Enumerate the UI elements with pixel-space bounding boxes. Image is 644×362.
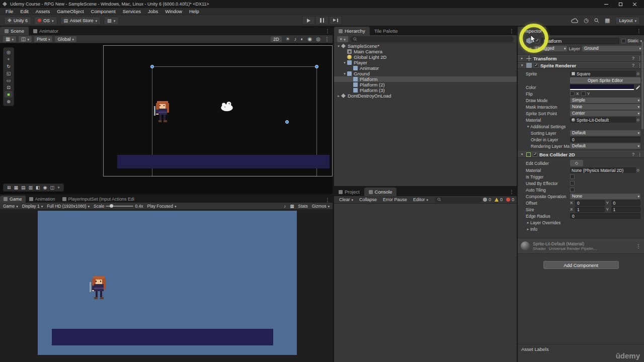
tab-animation[interactable]: Animation (26, 196, 59, 203)
hierarchy-search-input[interactable] (350, 36, 514, 42)
menu-help[interactable]: Help (186, 9, 203, 14)
expand-arrow-icon[interactable]: ▾ (342, 72, 347, 76)
resolution-dropdown[interactable]: Full HD (1920x1080) (47, 204, 90, 209)
tab-tile-palette[interactable]: Tile Palette (370, 27, 403, 35)
scale-tool-button[interactable]: ◱ (5, 70, 13, 76)
component-menu-icon[interactable]: ⋮ (637, 152, 642, 157)
hierarchy-item-sample-scene[interactable]: ▾ SampleScene* (334, 43, 517, 49)
hierarchy-item-platform-3[interactable]: Platform (3) (334, 87, 517, 93)
color-swatch[interactable] (570, 84, 634, 90)
add-gameobject-button[interactable]: + (337, 36, 348, 42)
rect-handle[interactable] (150, 65, 154, 68)
tab-console[interactable]: Console (364, 188, 397, 196)
hierarchy-item-player[interactable]: ▾ Player (334, 60, 517, 65)
pause-button[interactable] (315, 16, 329, 25)
used-by-effector-checkbox[interactable] (570, 181, 575, 186)
console-log-area[interactable] (334, 204, 517, 362)
hierarchy-item-platform-2[interactable]: Platform (2) (334, 82, 517, 87)
name-field[interactable]: Platform (541, 38, 619, 44)
hierarchy-item-platform[interactable]: Platform (334, 76, 517, 82)
inspector-scrollbar[interactable] (641, 41, 643, 129)
os-version-control-button[interactable]: OS (34, 17, 57, 25)
mute-audio-icon[interactable]: ♪ (284, 204, 286, 209)
search-icon[interactable] (594, 18, 599, 23)
overlay-rows-icon[interactable]: ▥ (29, 185, 33, 190)
tab-animator[interactable]: Animator (29, 27, 63, 35)
scene-menu-icon[interactable]: ⋮ (325, 37, 330, 42)
eyedropper-icon[interactable] (635, 85, 640, 90)
visibility-icon[interactable]: ◎ (316, 37, 320, 42)
menu-jobs[interactable]: Jobs (144, 9, 162, 14)
active-checkbox[interactable] (535, 39, 539, 43)
console-search-input[interactable] (435, 197, 482, 203)
sprite-renderer-component-header[interactable]: ▾ Sprite Renderer ? ⋮ (518, 62, 644, 69)
scale-slider[interactable] (106, 206, 133, 207)
is-trigger-checkbox[interactable] (570, 174, 575, 179)
stats-button[interactable]: Stats (298, 204, 307, 209)
clear-button[interactable]: Clear (337, 197, 356, 202)
menu-file[interactable]: File (2, 9, 17, 14)
pivot-dropdown[interactable]: Pivot (34, 36, 53, 42)
transform-component-header[interactable]: ▸ Transform ? ⋮ (518, 55, 644, 62)
auto-tiling-checkbox[interactable] (570, 188, 575, 192)
edit-collider-button[interactable]: ◇ (570, 160, 583, 166)
tilemap-tool-button[interactable]: ■ (5, 91, 13, 98)
tab-player-input-set[interactable]: PlayerInputSet (Input Actions Edi (59, 196, 138, 203)
info-foldout[interactable]: ▸ Info (518, 226, 644, 232)
panel-menu-icon[interactable]: ⋮ (509, 28, 514, 34)
custom-tool-button[interactable]: ⊛ (5, 98, 13, 105)
collapse-arrow-icon[interactable]: ▸ (336, 94, 341, 98)
physics-material-field[interactable]: None (Physics Material 2D) (570, 167, 640, 173)
hierarchy-item-animator[interactable]: Animator (334, 65, 517, 71)
panel-menu-icon[interactable]: ⋮ (636, 28, 641, 34)
foldout-arrow-icon[interactable]: ▾ (520, 39, 524, 43)
sprite-object-field[interactable]: Square (570, 71, 640, 76)
help-icon[interactable]: ? (632, 63, 634, 68)
help-icon[interactable]: ? (632, 56, 634, 61)
static-checkbox[interactable] (621, 39, 626, 43)
sort-point-dropdown[interactable]: Center (570, 111, 640, 116)
layout-dropdown[interactable]: Layout (615, 17, 640, 25)
overlay-tilemap-icon[interactable]: ▦ (14, 185, 19, 190)
effects-icon[interactable]: ◐ (300, 37, 303, 42)
step-button[interactable] (329, 16, 342, 25)
rect-handle[interactable] (285, 120, 289, 124)
close-button[interactable] (627, 0, 641, 8)
paint-tool-button[interactable]: ▨ (104, 17, 119, 25)
transform-tool-button[interactable]: ⊡ (5, 84, 13, 90)
history-icon[interactable]: ◷ (584, 18, 589, 23)
overlay-window-icon[interactable]: ◫ (50, 185, 54, 190)
unity-version-button[interactable]: Unity 6 (4, 17, 31, 25)
hierarchy-item-global-light-2d[interactable]: Global Light 2D (334, 54, 517, 60)
composite-operation-dropdown[interactable]: None (570, 194, 640, 199)
overlay-split-icon[interactable]: ◧ (36, 185, 40, 190)
edge-radius-field[interactable]: 0 (570, 213, 640, 219)
cloud-icon[interactable] (571, 18, 578, 23)
layer-overrides-foldout[interactable]: ▸ Layer Overrides (518, 219, 644, 226)
view-tool-button[interactable]: ◎ (5, 49, 13, 55)
warning-count-badge[interactable]: 0 (495, 197, 503, 202)
global-dropdown[interactable]: Global (55, 36, 76, 42)
layer-dropdown[interactable]: Ground (582, 46, 642, 51)
component-enabled-checkbox[interactable] (533, 152, 537, 157)
layers-icon[interactable]: ▦ (605, 18, 610, 23)
offset-x-field[interactable]: 0 (575, 200, 605, 206)
rendering-layer-dropdown[interactable]: Default (570, 143, 640, 149)
lighting-icon[interactable]: ☀ (286, 37, 290, 42)
menu-component[interactable]: Component (88, 9, 119, 14)
size-x-field[interactable]: 1 (575, 207, 605, 212)
panel-menu-icon[interactable]: ⋮ (325, 197, 330, 203)
hierarchy-item-main-camera[interactable]: Main Camera (334, 49, 517, 54)
menu-edit[interactable]: Edit (17, 9, 32, 14)
draw-mode-dropdown[interactable]: Simple (570, 98, 640, 103)
overlay-focus-icon[interactable]: ◉ (43, 185, 47, 190)
component-enabled-checkbox[interactable] (534, 63, 538, 68)
editor-dropdown[interactable]: Editor (411, 197, 431, 202)
hierarchy-item-ground[interactable]: ▾ Ground (334, 71, 517, 76)
menu-window[interactable]: Window (162, 9, 186, 14)
play-button[interactable] (302, 16, 315, 25)
panel-menu-icon[interactable]: ⋮ (325, 28, 330, 34)
menu-gameobject[interactable]: GameObject (53, 9, 87, 14)
help-icon[interactable]: ? (632, 152, 634, 157)
foldout-arrow-icon[interactable]: ▾ (520, 63, 524, 67)
